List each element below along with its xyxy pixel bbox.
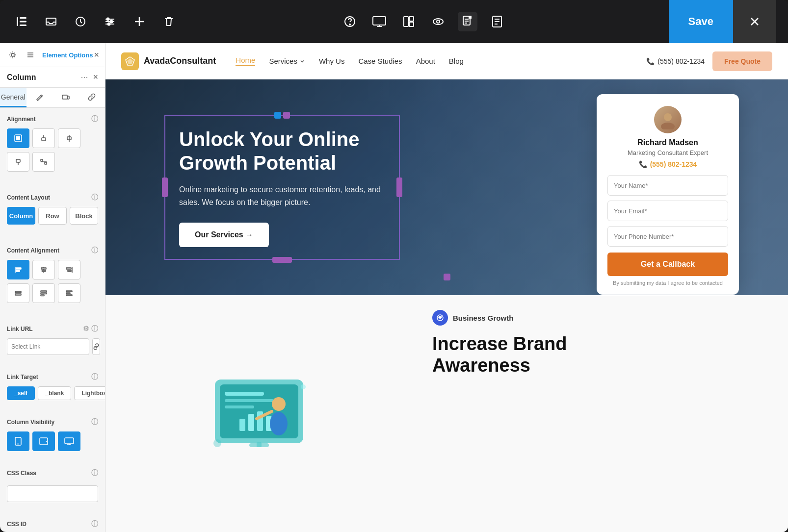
content-align-multi-btn[interactable] <box>58 283 80 303</box>
svg-point-94 <box>301 384 306 389</box>
website-frame: AvadaConsultant Home Services Why Us Cas… <box>105 43 788 532</box>
resize-handle-right[interactable] <box>396 177 402 197</box>
nav-case-studies[interactable]: Case Studies <box>358 57 402 65</box>
content-align-justify-btn[interactable] <box>7 283 29 303</box>
resize-handle-bottom[interactable] <box>272 257 292 263</box>
css-class-input[interactable] <box>7 485 98 502</box>
callback-submit-button[interactable]: Get a Callback <box>607 253 728 276</box>
svg-point-10 <box>110 21 113 23</box>
panel-toggle-icon[interactable] <box>12 12 31 31</box>
link-icon-btn[interactable] <box>92 338 100 355</box>
content-align-bottom-group <box>7 283 98 303</box>
layout-row-btn[interactable]: Row <box>38 207 67 225</box>
content-align-right-btn[interactable] <box>58 260 80 279</box>
preview-icon[interactable] <box>428 12 448 31</box>
nav-blog[interactable]: Blog <box>449 57 464 65</box>
callback-name-input[interactable] <box>607 175 728 196</box>
css-class-label: CSS Class ⓘ <box>7 469 98 478</box>
svg-rect-40 <box>67 96 69 99</box>
biz-heading: Increase Brand Awareness <box>432 333 768 376</box>
handle-purple[interactable] <box>283 112 290 119</box>
document-icon[interactable] <box>487 12 507 31</box>
tab-general[interactable]: General <box>0 88 26 107</box>
toolbar-right-group: Save <box>669 0 776 43</box>
panel-gear-icon[interactable] <box>6 48 20 62</box>
phone-icon: 📞 <box>646 57 655 65</box>
column-vis-info-icon[interactable]: ⓘ <box>91 418 98 427</box>
vis-desktop-btn[interactable] <box>58 431 80 451</box>
link-target-label: Link Target ⓘ <box>7 373 98 381</box>
alignment-info-icon[interactable]: ⓘ <box>91 115 98 124</box>
content-alignment-section: Content Alignment ⓘ <box>0 239 105 310</box>
svg-rect-16 <box>373 17 386 25</box>
save-button[interactable]: Save <box>669 0 733 43</box>
css-id-info-icon[interactable]: ⓘ <box>91 520 98 529</box>
nav-services[interactable]: Services <box>269 57 305 65</box>
link-target-self-btn[interactable]: _self <box>7 386 35 400</box>
section-handle-bottom[interactable] <box>444 274 450 280</box>
callback-phone-icon: 📞 <box>639 160 647 168</box>
panel-title-close-icon[interactable]: × <box>93 72 98 82</box>
callback-email-input[interactable] <box>607 201 728 221</box>
layout-icon[interactable] <box>399 12 419 31</box>
tab-design[interactable] <box>26 88 53 107</box>
help-icon[interactable] <box>340 12 360 31</box>
biz-badge-label: Business Growth <box>453 314 513 322</box>
content-align-info-icon[interactable]: ⓘ <box>91 246 98 255</box>
content-align-justify-last-btn[interactable] <box>32 283 55 303</box>
trash-icon[interactable] <box>159 12 179 31</box>
content-layout-info-icon[interactable]: ⓘ <box>91 193 98 202</box>
vis-tablet-btn[interactable] <box>32 431 55 451</box>
align-stretch-btn[interactable] <box>7 128 29 148</box>
nav-why-us[interactable]: Why Us <box>319 57 345 65</box>
panel-close-icon[interactable]: × <box>94 50 99 60</box>
svg-rect-39 <box>62 95 67 99</box>
css-class-info-icon[interactable]: ⓘ <box>91 469 98 478</box>
sliders-icon[interactable] <box>100 12 120 31</box>
link-target-blank-btn[interactable]: _blank <box>38 386 71 400</box>
link-target-lightbox-btn[interactable]: Lightbox <box>74 386 105 400</box>
layout-block-btn[interactable]: Block <box>70 207 98 225</box>
handle-blue[interactable] <box>274 112 281 119</box>
link-url-settings-icon[interactable]: ⚙ <box>83 325 89 333</box>
desktop-icon[interactable] <box>369 12 389 31</box>
add-element-icon[interactable] <box>130 12 149 31</box>
link-url-label: Link URL ⚙ ⓘ <box>7 325 98 333</box>
align-bottom-btn[interactable] <box>7 152 29 172</box>
align-center-v-btn[interactable] <box>58 128 80 148</box>
svg-rect-84 <box>225 405 254 408</box>
align-space-btn[interactable] <box>32 152 55 172</box>
nav-home[interactable]: Home <box>236 56 255 66</box>
nav-about[interactable]: About <box>416 57 435 65</box>
link-url-info-icon[interactable]: ⓘ <box>91 325 98 333</box>
link-target-info-icon[interactable]: ⓘ <box>91 373 98 381</box>
svg-rect-73 <box>65 438 74 444</box>
vis-mobile-btn[interactable] <box>7 431 29 451</box>
tab-responsive[interactable] <box>53 88 79 107</box>
inbox-icon[interactable] <box>41 12 61 31</box>
callback-card: Richard Madsen Marketing Consultant Expe… <box>597 94 739 295</box>
svg-rect-21 <box>409 22 414 26</box>
align-top-btn[interactable] <box>32 128 55 148</box>
free-quote-button[interactable]: Free Quote <box>712 51 772 71</box>
layout-column-btn[interactable]: Column <box>7 207 35 225</box>
link-url-input[interactable] <box>7 338 89 355</box>
column-handles-top[interactable] <box>274 112 290 119</box>
hero-content-column: Unlock Your Online Growth Potential Onli… <box>164 115 400 259</box>
close-button[interactable] <box>733 0 776 43</box>
tab-link[interactable] <box>79 88 105 107</box>
resize-handle-left[interactable] <box>162 177 168 197</box>
panel-more-icon[interactable]: ··· <box>80 72 88 82</box>
svg-rect-67 <box>66 293 70 294</box>
page-icon[interactable] <box>458 12 477 31</box>
our-services-button[interactable]: Our Services → <box>179 223 269 247</box>
content-align-center-btn[interactable] <box>32 260 55 279</box>
toolbar-left-group <box>12 12 179 31</box>
history-icon[interactable] <box>71 12 90 31</box>
callback-phone-input[interactable] <box>607 226 728 247</box>
panel-list-icon[interactable] <box>24 48 37 62</box>
svg-point-15 <box>349 24 350 25</box>
content-align-left-btn[interactable] <box>7 260 29 279</box>
svg-point-9 <box>107 18 109 21</box>
services-chevron <box>299 58 305 64</box>
